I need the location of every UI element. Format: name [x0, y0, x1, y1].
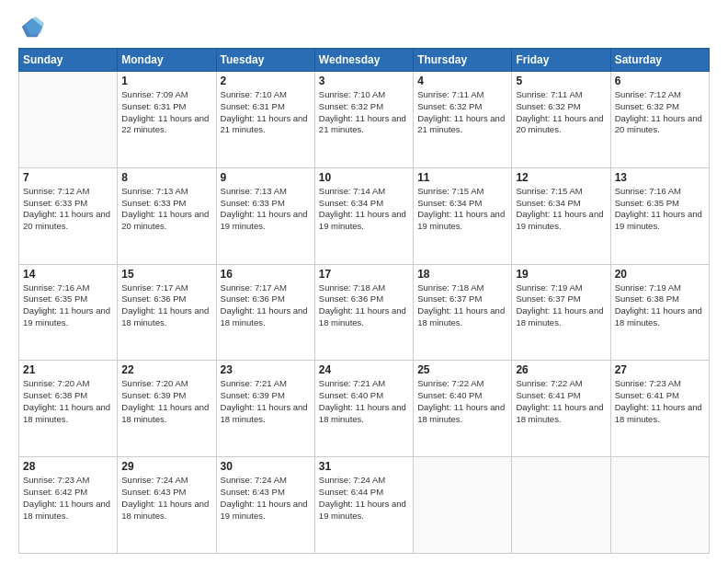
calendar-cell — [512, 457, 610, 554]
day-info: Sunrise: 7:11 AMSunset: 6:32 PMDaylight:… — [417, 89, 507, 136]
calendar-week-row: 28Sunrise: 7:23 AMSunset: 6:42 PMDayligh… — [19, 457, 710, 554]
calendar-cell: 15Sunrise: 7:17 AMSunset: 6:36 PMDayligh… — [118, 264, 216, 361]
day-info: Sunrise: 7:22 AMSunset: 6:41 PMDaylight:… — [516, 378, 606, 425]
day-number: 25 — [417, 363, 507, 376]
logo-icon — [18, 15, 44, 40]
weekday-header-cell: Monday — [118, 49, 216, 72]
day-number: 7 — [23, 171, 113, 184]
day-info: Sunrise: 7:15 AMSunset: 6:34 PMDaylight:… — [516, 186, 606, 233]
calendar-week-row: 7Sunrise: 7:12 AMSunset: 6:33 PMDaylight… — [19, 167, 710, 264]
day-number: 31 — [319, 460, 409, 473]
day-info: Sunrise: 7:15 AMSunset: 6:34 PMDaylight:… — [417, 186, 507, 233]
calendar-cell: 19Sunrise: 7:19 AMSunset: 6:37 PMDayligh… — [512, 264, 610, 361]
day-number: 26 — [516, 363, 606, 376]
weekday-header-cell: Sunday — [19, 49, 118, 72]
day-number: 22 — [121, 363, 211, 376]
day-info: Sunrise: 7:19 AMSunset: 6:37 PMDaylight:… — [516, 282, 606, 329]
day-info: Sunrise: 7:10 AMSunset: 6:31 PMDaylight:… — [221, 89, 311, 136]
day-number: 19 — [516, 268, 606, 281]
calendar-cell: 10Sunrise: 7:14 AMSunset: 6:34 PMDayligh… — [314, 167, 413, 264]
day-info: Sunrise: 7:16 AMSunset: 6:35 PMDaylight:… — [23, 282, 113, 329]
calendar-cell: 21Sunrise: 7:20 AMSunset: 6:38 PMDayligh… — [19, 361, 118, 457]
calendar-cell: 20Sunrise: 7:19 AMSunset: 6:38 PMDayligh… — [610, 264, 709, 361]
calendar-cell: 26Sunrise: 7:22 AMSunset: 6:41 PMDayligh… — [512, 361, 610, 457]
calendar-cell: 18Sunrise: 7:18 AMSunset: 6:37 PMDayligh… — [414, 264, 512, 361]
day-info: Sunrise: 7:21 AMSunset: 6:39 PMDaylight:… — [221, 378, 311, 425]
weekday-header-cell: Saturday — [610, 49, 709, 72]
calendar-cell: 9Sunrise: 7:13 AMSunset: 6:33 PMDaylight… — [216, 167, 314, 264]
calendar-cell: 12Sunrise: 7:15 AMSunset: 6:34 PMDayligh… — [512, 167, 610, 264]
day-number: 24 — [319, 363, 409, 376]
day-info: Sunrise: 7:22 AMSunset: 6:40 PMDaylight:… — [417, 378, 507, 425]
weekday-header-cell: Tuesday — [216, 49, 314, 72]
day-number: 5 — [516, 75, 606, 87]
calendar-cell: 8Sunrise: 7:13 AMSunset: 6:33 PMDaylight… — [118, 167, 216, 264]
day-number: 27 — [615, 363, 705, 376]
day-number: 10 — [319, 171, 409, 184]
calendar-cell: 11Sunrise: 7:15 AMSunset: 6:34 PMDayligh… — [414, 167, 512, 264]
day-number: 29 — [121, 460, 211, 473]
day-info: Sunrise: 7:18 AMSunset: 6:37 PMDaylight:… — [417, 282, 507, 329]
day-number: 30 — [221, 460, 311, 473]
calendar-cell: 16Sunrise: 7:17 AMSunset: 6:36 PMDayligh… — [216, 264, 314, 361]
calendar-cell: 27Sunrise: 7:23 AMSunset: 6:41 PMDayligh… — [610, 361, 709, 457]
day-number: 13 — [615, 171, 705, 184]
calendar-cell: 14Sunrise: 7:16 AMSunset: 6:35 PMDayligh… — [19, 264, 118, 361]
day-number: 20 — [615, 268, 705, 281]
day-number: 11 — [417, 171, 507, 184]
day-info: Sunrise: 7:17 AMSunset: 6:36 PMDaylight:… — [121, 282, 211, 329]
day-info: Sunrise: 7:16 AMSunset: 6:35 PMDaylight:… — [615, 186, 705, 233]
calendar-cell: 31Sunrise: 7:24 AMSunset: 6:44 PMDayligh… — [314, 457, 413, 554]
calendar-cell: 30Sunrise: 7:24 AMSunset: 6:43 PMDayligh… — [216, 457, 314, 554]
day-info: Sunrise: 7:23 AMSunset: 6:41 PMDaylight:… — [615, 378, 705, 425]
day-number: 1 — [121, 75, 211, 87]
day-number: 4 — [417, 75, 507, 87]
day-info: Sunrise: 7:17 AMSunset: 6:36 PMDaylight:… — [221, 282, 311, 329]
weekday-header-cell: Friday — [512, 49, 610, 72]
weekday-header-cell: Wednesday — [314, 49, 413, 72]
day-number: 18 — [417, 268, 507, 281]
calendar-cell: 2Sunrise: 7:10 AMSunset: 6:31 PMDaylight… — [216, 72, 314, 168]
day-number: 9 — [221, 171, 311, 184]
calendar-cell: 25Sunrise: 7:22 AMSunset: 6:40 PMDayligh… — [414, 361, 512, 457]
day-info: Sunrise: 7:24 AMSunset: 6:44 PMDaylight:… — [319, 475, 409, 522]
day-info: Sunrise: 7:23 AMSunset: 6:42 PMDaylight:… — [23, 475, 113, 522]
calendar-cell: 24Sunrise: 7:21 AMSunset: 6:40 PMDayligh… — [314, 361, 413, 457]
calendar-cell: 23Sunrise: 7:21 AMSunset: 6:39 PMDayligh… — [216, 361, 314, 457]
calendar-week-row: 21Sunrise: 7:20 AMSunset: 6:38 PMDayligh… — [19, 361, 710, 457]
day-number: 21 — [23, 363, 113, 376]
day-number: 23 — [221, 363, 311, 376]
calendar-cell: 29Sunrise: 7:24 AMSunset: 6:43 PMDayligh… — [118, 457, 216, 554]
day-info: Sunrise: 7:24 AMSunset: 6:43 PMDaylight:… — [221, 475, 311, 522]
day-info: Sunrise: 7:20 AMSunset: 6:38 PMDaylight:… — [23, 378, 113, 425]
calendar-cell: 4Sunrise: 7:11 AMSunset: 6:32 PMDaylight… — [414, 72, 512, 168]
calendar-cell — [610, 457, 709, 554]
day-number: 12 — [516, 171, 606, 184]
day-info: Sunrise: 7:13 AMSunset: 6:33 PMDaylight:… — [121, 186, 211, 233]
calendar-cell: 13Sunrise: 7:16 AMSunset: 6:35 PMDayligh… — [610, 167, 709, 264]
day-info: Sunrise: 7:24 AMSunset: 6:43 PMDaylight:… — [121, 475, 211, 522]
day-number: 16 — [221, 268, 311, 281]
calendar-cell: 22Sunrise: 7:20 AMSunset: 6:39 PMDayligh… — [118, 361, 216, 457]
calendar-cell — [19, 72, 118, 168]
calendar-week-row: 1Sunrise: 7:09 AMSunset: 6:31 PMDaylight… — [19, 72, 710, 168]
day-info: Sunrise: 7:12 AMSunset: 6:32 PMDaylight:… — [615, 89, 705, 136]
day-info: Sunrise: 7:21 AMSunset: 6:40 PMDaylight:… — [319, 378, 409, 425]
calendar-cell: 17Sunrise: 7:18 AMSunset: 6:36 PMDayligh… — [314, 264, 413, 361]
calendar-cell: 3Sunrise: 7:10 AMSunset: 6:32 PMDaylight… — [314, 72, 413, 168]
day-number: 17 — [319, 268, 409, 281]
day-info: Sunrise: 7:19 AMSunset: 6:38 PMDaylight:… — [615, 282, 705, 329]
calendar-week-row: 14Sunrise: 7:16 AMSunset: 6:35 PMDayligh… — [19, 264, 710, 361]
day-info: Sunrise: 7:13 AMSunset: 6:33 PMDaylight:… — [221, 186, 311, 233]
weekday-header-row: SundayMondayTuesdayWednesdayThursdayFrid… — [19, 49, 710, 72]
calendar-cell: 7Sunrise: 7:12 AMSunset: 6:33 PMDaylight… — [19, 167, 118, 264]
day-number: 2 — [221, 75, 311, 87]
day-number: 28 — [23, 460, 113, 473]
day-number: 14 — [23, 268, 113, 281]
day-info: Sunrise: 7:20 AMSunset: 6:39 PMDaylight:… — [121, 378, 211, 425]
calendar-table: SundayMondayTuesdayWednesdayThursdayFrid… — [18, 48, 710, 554]
day-number: 8 — [121, 171, 211, 184]
header — [18, 15, 710, 40]
day-number: 3 — [319, 75, 409, 87]
day-info: Sunrise: 7:11 AMSunset: 6:32 PMDaylight:… — [516, 89, 606, 136]
